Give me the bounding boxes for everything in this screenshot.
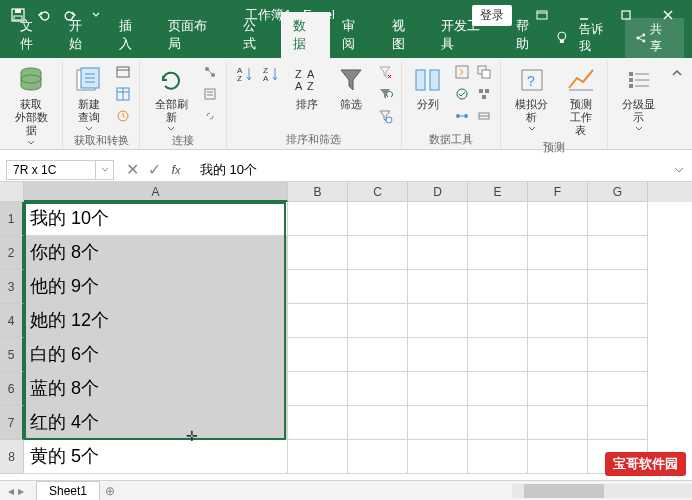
cell-B8[interactable]: [288, 440, 348, 474]
sort-asc-button[interactable]: AZ: [233, 62, 257, 86]
cell-C5[interactable]: [348, 338, 408, 372]
outline-button[interactable]: 分级显示: [614, 62, 664, 133]
cell-A5[interactable]: 白的 6个: [24, 338, 288, 372]
cell-A3[interactable]: 他的 9个: [24, 270, 288, 304]
cell-G6[interactable]: [588, 372, 648, 406]
column-header-C[interactable]: C: [348, 182, 408, 202]
cell-G5[interactable]: [588, 338, 648, 372]
enter-formula-button[interactable]: ✓: [144, 160, 164, 180]
cell-A7[interactable]: 红的 4个: [24, 406, 288, 440]
column-header-A[interactable]: A: [24, 182, 288, 202]
data-validation-button[interactable]: [452, 84, 472, 104]
cell-C7[interactable]: [348, 406, 408, 440]
flash-fill-button[interactable]: [452, 62, 472, 82]
sort-desc-button[interactable]: ZA: [259, 62, 283, 86]
cell-D8[interactable]: [408, 440, 468, 474]
cell-E5[interactable]: [468, 338, 528, 372]
relationships-button[interactable]: [452, 106, 472, 126]
get-external-data-button[interactable]: 获取 外部数据: [6, 62, 56, 147]
collapse-ribbon-button[interactable]: [670, 62, 692, 149]
cell-D3[interactable]: [408, 270, 468, 304]
cell-E1[interactable]: [468, 202, 528, 236]
row-header-2[interactable]: 2: [0, 236, 24, 270]
cell-F7[interactable]: [528, 406, 588, 440]
cell-G7[interactable]: [588, 406, 648, 440]
cell-A6[interactable]: 蓝的 8个: [24, 372, 288, 406]
recent-sources-button[interactable]: [113, 106, 133, 126]
new-query-button[interactable]: 新建 查询: [69, 62, 109, 133]
column-header-E[interactable]: E: [468, 182, 528, 202]
cell-B7[interactable]: [288, 406, 348, 440]
cell-D2[interactable]: [408, 236, 468, 270]
tab-视图[interactable]: 视图: [380, 12, 429, 58]
formula-input[interactable]: 我的 10个: [194, 161, 674, 179]
cell-F4[interactable]: [528, 304, 588, 338]
cell-C2[interactable]: [348, 236, 408, 270]
consolidate-button[interactable]: [474, 84, 494, 104]
row-header-3[interactable]: 3: [0, 270, 24, 304]
cell-B5[interactable]: [288, 338, 348, 372]
cell-B4[interactable]: [288, 304, 348, 338]
fx-button[interactable]: fx: [166, 160, 186, 180]
row-header-8[interactable]: 8: [0, 440, 24, 474]
cell-D7[interactable]: [408, 406, 468, 440]
row-header-5[interactable]: 5: [0, 338, 24, 372]
cell-G1[interactable]: [588, 202, 648, 236]
edit-links-button[interactable]: [200, 106, 220, 126]
horizontal-scrollbar[interactable]: [512, 484, 692, 498]
cancel-formula-button[interactable]: ✕: [122, 160, 142, 180]
row-header-7[interactable]: 7: [0, 406, 24, 440]
cell-F6[interactable]: [528, 372, 588, 406]
tab-数据[interactable]: 数据: [281, 12, 330, 58]
cell-C8[interactable]: [348, 440, 408, 474]
tab-帮助[interactable]: 帮助: [504, 12, 553, 58]
properties-button[interactable]: [200, 84, 220, 104]
cell-E4[interactable]: [468, 304, 528, 338]
cell-F3[interactable]: [528, 270, 588, 304]
row-header-6[interactable]: 6: [0, 372, 24, 406]
cell-F8[interactable]: [528, 440, 588, 474]
cell-A1[interactable]: 我的 10个: [24, 202, 288, 236]
cell-F5[interactable]: [528, 338, 588, 372]
cell-F1[interactable]: [528, 202, 588, 236]
name-box-dropdown[interactable]: [96, 160, 114, 180]
cell-C3[interactable]: [348, 270, 408, 304]
reapply-filter-button[interactable]: [375, 84, 395, 104]
new-sheet-button[interactable]: ⊕: [100, 484, 120, 498]
cell-G3[interactable]: [588, 270, 648, 304]
text-to-columns-button[interactable]: 分列: [408, 62, 448, 113]
tab-页面布局[interactable]: 页面布局: [156, 12, 231, 58]
cell-E6[interactable]: [468, 372, 528, 406]
row-header-1[interactable]: 1: [0, 202, 24, 236]
cell-B3[interactable]: [288, 270, 348, 304]
worksheet-grid[interactable]: ABCDEFG 12345678 我的 10个你的 8个他的 9个她的 12个白…: [0, 182, 692, 480]
cell-G2[interactable]: [588, 236, 648, 270]
forecast-sheet-button[interactable]: 预测 工作表: [561, 62, 601, 140]
column-header-G[interactable]: G: [588, 182, 648, 202]
cell-D6[interactable]: [408, 372, 468, 406]
advanced-filter-button[interactable]: [375, 106, 395, 126]
sheet-tab-active[interactable]: Sheet1: [36, 481, 100, 500]
refresh-all-button[interactable]: 全部刷新: [146, 62, 196, 133]
expand-formula-bar-button[interactable]: [674, 167, 692, 173]
cell-D4[interactable]: [408, 304, 468, 338]
scrollbar-thumb[interactable]: [524, 484, 604, 498]
cell-G4[interactable]: [588, 304, 648, 338]
tab-插入[interactable]: 插入: [107, 12, 156, 58]
remove-duplicates-button[interactable]: [474, 62, 494, 82]
tab-文件[interactable]: 文件: [8, 12, 57, 58]
cell-E2[interactable]: [468, 236, 528, 270]
cell-A8[interactable]: 黄的 5个: [24, 440, 288, 474]
share-button[interactable]: 共享: [625, 18, 684, 58]
from-table-button[interactable]: [113, 84, 133, 104]
cell-E8[interactable]: [468, 440, 528, 474]
show-queries-button[interactable]: [113, 62, 133, 82]
what-if-button[interactable]: ? 模拟分析: [507, 62, 557, 133]
tell-me-label[interactable]: 告诉我: [579, 21, 614, 55]
cell-B1[interactable]: [288, 202, 348, 236]
clear-filter-button[interactable]: [375, 62, 395, 82]
cell-C4[interactable]: [348, 304, 408, 338]
cell-C6[interactable]: [348, 372, 408, 406]
cells-area[interactable]: 我的 10个你的 8个他的 9个她的 12个白的 6个蓝的 8个红的 4个黄的 …: [24, 202, 692, 480]
cell-E3[interactable]: [468, 270, 528, 304]
